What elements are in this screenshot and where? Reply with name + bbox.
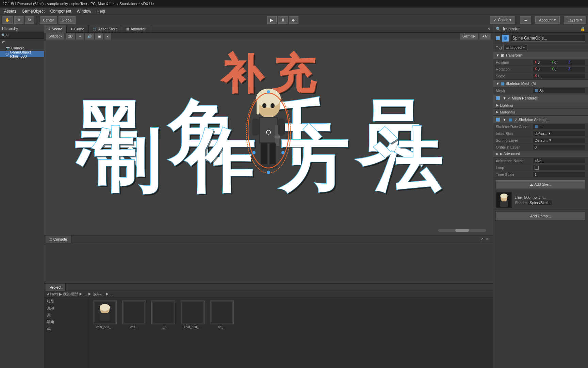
tab-console[interactable]: □ Console [46,235,71,243]
collab-btn[interactable]: ✓ Collab ▾ [490,16,515,24]
pos-x-value[interactable]: 0 [538,60,540,64]
play-button[interactable]: ▶ [267,16,277,24]
lighting-section[interactable]: ▶ Lighting [493,102,588,109]
console-label: Console [53,237,67,241]
project-label: Project [50,285,61,289]
svg-rect-12 [261,143,267,167]
inspector-title: Inspector [503,27,520,31]
tool-move[interactable]: ✥ [14,16,23,24]
collab-label: ✓ Collab ▾ [494,18,511,22]
svg-rect-10 [252,119,259,136]
layers-btn[interactable]: Layers ▾ [564,16,586,24]
go-name-input[interactable] [511,35,585,42]
tab-scene[interactable]: # Scene [44,25,67,33]
rot-y-value[interactable]: 0 [554,67,556,71]
menu-assets[interactable]: Assets [1,8,19,14]
hierarchy-search-input[interactable] [5,33,43,37]
asset-nav-original[interactable]: 原 [44,311,88,318]
sc-x-value[interactable]: 1 [538,74,540,78]
menu-gameobject[interactable]: GameObject [19,8,47,14]
asset-thumb-0 [93,301,117,324]
animation-name-value[interactable]: <No... [533,158,585,163]
hierarchy-item-e[interactable]: e* [0,39,44,45]
skeleton-anim-checkbox[interactable] [496,118,500,122]
pos-y-value[interactable]: 0 [554,60,556,64]
audio-toggle[interactable]: 🔊 [85,33,94,40]
mesh-value[interactable]: ▦ Sk [533,88,585,93]
animator-tab-icon: ▦ [126,27,129,31]
time-scale-value[interactable]: 1 [533,172,585,177]
loop-checkbox[interactable] [535,166,539,170]
initial-skin-value[interactable]: defau... ▾ [533,131,585,136]
hierarchy-item-go[interactable]: ⬡ GameObject (char_500 [0,51,44,57]
tab-asset-store[interactable]: 🛒 Asset Store [89,25,122,33]
tag-dropdown[interactable]: Untagged ▾ [503,45,527,50]
menu-help[interactable]: Help [94,8,108,14]
menu-component[interactable]: Component [47,8,74,14]
tab-project[interactable]: Project [46,283,66,291]
tool-rotate[interactable]: ↻ [25,16,34,24]
shader-value[interactable]: Spine/Skel... [528,200,552,205]
menu-window[interactable]: Window [74,8,94,14]
asset-item-4[interactable]: 00_... [208,301,235,329]
hierarchy-item-label: GameObject (char_500 [10,50,42,58]
materials-section[interactable]: ▶ Materials [493,109,588,116]
close-console[interactable]: ✕ [486,237,491,241]
asset-nav-battle[interactable]: 战 [44,325,88,332]
loop-value[interactable] [533,165,585,170]
asset-item-3[interactable]: char_500_... [179,301,206,329]
lighting-toggle[interactable]: ✦ [76,33,84,40]
tab-animator[interactable]: ▦ Animator [122,25,150,33]
mesh-renderer-checkbox[interactable] [496,96,500,100]
hierarchy-panel: Hierarchy 🔍 e* 📷 Camera ⬡ GameObject (ch… [0,25,44,368]
inspector-lock-icon[interactable]: 🔒 [580,27,585,31]
skeleton-anim-arrow: ▼ [503,118,506,122]
close-scene-tab[interactable]: ✕ [487,27,493,31]
asset-nav-paint[interactable]: 克漆 [44,305,88,311]
sorting-layer-value[interactable]: Defau... ▾ [533,138,585,143]
scene-canvas: 补 充 黑 角 千 员 制 作 方 法 [44,40,493,235]
hidden-toggle[interactable]: ▾ [104,33,111,40]
go-active-checkbox[interactable] [496,36,500,40]
order-in-layer-value[interactable]: 0 [533,145,585,150]
global-btn[interactable]: Global [59,16,76,24]
scene-scroll-bar[interactable] [438,229,486,232]
skeleton-data-label: SkeletonData Asset [496,125,533,129]
tool-hand[interactable]: ✋ [2,16,13,24]
shader-label: Shader [515,201,527,205]
svg-rect-25 [100,313,110,321]
fx-toggle[interactable]: ▣ [95,33,103,40]
asset-nav-dark[interactable]: 黑角 [44,318,88,325]
svg-rect-7 [260,118,277,142]
rot-x-value[interactable]: 0 [538,67,540,71]
transform-header[interactable]: ▼ ⊞ Transform [493,51,588,59]
hierarchy-search-bar[interactable]: 🔍 [0,32,44,39]
skeleton-mesh-header[interactable]: ▼ ▦ Skeleton Mesh (M [493,80,588,87]
add-component-btn[interactable]: Add Comp... [496,212,585,220]
skeleton-data-value[interactable]: ▦ ... [533,124,585,129]
maximize-console[interactable]: ⤢ [480,237,486,241]
step-button[interactable]: ⏭ [289,16,298,24]
pause-button[interactable]: ⏸ [278,16,288,24]
skeleton-data-icon: ▦ [535,124,538,129]
shading-dropdown[interactable]: Shaded ▾ [46,33,64,40]
assets-content: 模型 克漆 原 黑角 战 [44,298,493,368]
character-sprite [238,85,299,180]
gizmos-label: Gizmos [462,34,474,38]
tab-game[interactable]: ● Game [67,25,89,33]
advanced-section[interactable]: ▶ ▶ Advanced [493,151,588,157]
2d-mode-btn[interactable]: 2D [66,33,75,40]
mesh-renderer-enabled[interactable] [496,95,500,102]
skeleton-animation-header[interactable]: ▼ ▦ ✓ Skeleton Animati... [493,116,588,123]
account-btn[interactable]: Account ▾ [535,16,560,24]
asset-item-2[interactable]: ..._5 [150,301,177,329]
mesh-renderer-header[interactable]: ▼ ✓ Mesh Renderer [493,94,588,102]
add-skeleton-btn[interactable]: ☁ Add Ske... [496,180,585,188]
gizmos-btn[interactable]: Gizmos ▾ [460,33,478,40]
center-btn[interactable]: Center [40,16,57,24]
gizmo-all-btn[interactable]: ✦All [479,33,491,40]
asset-item-0[interactable]: char_500_... [91,301,118,329]
cloud-btn[interactable]: ☁ [520,16,531,24]
asset-nav-models[interactable]: 模型 [44,298,88,305]
asset-item-1[interactable]: cha... [120,301,148,329]
